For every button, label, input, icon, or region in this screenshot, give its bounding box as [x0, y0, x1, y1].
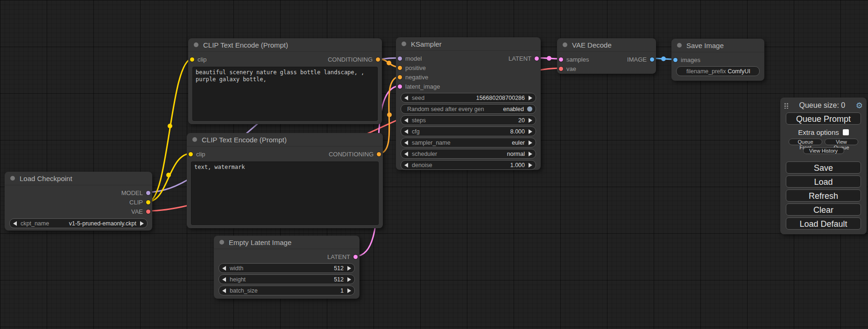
- port-out-clip[interactable]: [146, 200, 150, 204]
- port-out-conditioning[interactable]: [376, 57, 380, 62]
- collapse-dot-icon[interactable]: [10, 176, 15, 181]
- widget-height[interactable]: height 512: [219, 274, 355, 284]
- port-label: IMAGE: [627, 56, 647, 63]
- decrement-arrow-icon[interactable]: [222, 277, 226, 282]
- collapse-dot-icon[interactable]: [192, 137, 197, 142]
- wire-clip-negative: [148, 154, 191, 202]
- widget-cfg[interactable]: cfg 8.000: [401, 126, 536, 136]
- node-save-image[interactable]: Save Image images filename_prefix ComfyU…: [671, 39, 764, 81]
- collapse-dot-icon[interactable]: [563, 42, 567, 47]
- queue-prompt-button[interactable]: Queue Prompt: [786, 112, 861, 125]
- widget-denoise[interactable]: denoise 1.000: [401, 160, 536, 170]
- widget-value: v1-5-pruned-emaonly.ckpt: [69, 220, 136, 227]
- prompt-text-input[interactable]: beautiful scenery nature glass bottle la…: [192, 67, 378, 121]
- prompt-text-input[interactable]: text, watermark: [191, 161, 379, 225]
- port-in-clip[interactable]: [189, 152, 193, 156]
- decrement-arrow-icon[interactable]: [404, 140, 408, 145]
- increment-arrow-icon[interactable]: [347, 288, 351, 293]
- graph-canvas[interactable]: Load Checkpoint MODEL CLIP VAE ckpt_name…: [0, 0, 868, 329]
- link-midpoint-dot: [661, 56, 666, 61]
- increment-arrow-icon[interactable]: [529, 118, 532, 123]
- increment-arrow-icon[interactable]: [529, 140, 532, 145]
- port-out-vae[interactable]: [146, 210, 150, 214]
- port-label: positive: [405, 64, 426, 71]
- node-title-bar[interactable]: CLIP Text Encode (Prompt): [188, 38, 382, 52]
- widget-scheduler[interactable]: scheduler normal: [401, 149, 536, 159]
- decrement-arrow-icon[interactable]: [404, 129, 408, 134]
- widget-sampler-name[interactable]: sampler_name euler: [401, 138, 536, 147]
- decrement-arrow-icon[interactable]: [404, 118, 408, 123]
- port-in-latent-image[interactable]: [398, 84, 402, 89]
- view-history-button[interactable]: View History: [803, 147, 844, 154]
- widget-value: euler: [512, 140, 525, 146]
- node-load-checkpoint[interactable]: Load Checkpoint MODEL CLIP VAE ckpt_name…: [5, 172, 152, 231]
- refresh-button[interactable]: Refresh: [786, 189, 861, 202]
- decrement-arrow-icon[interactable]: [404, 96, 408, 100]
- load-button[interactable]: Load: [786, 175, 861, 188]
- port-out-image[interactable]: [650, 57, 654, 62]
- widget-value: 20: [518, 117, 525, 124]
- toggle-indicator-icon[interactable]: [527, 106, 532, 112]
- widget-width[interactable]: width 512: [219, 263, 355, 273]
- decrement-arrow-icon[interactable]: [13, 221, 17, 226]
- port-out-latent[interactable]: [353, 255, 358, 259]
- increment-arrow-icon[interactable]: [347, 266, 351, 271]
- widget-value: 512: [334, 265, 344, 272]
- port-label: VAE: [131, 208, 143, 215]
- port-in-vae[interactable]: [559, 67, 563, 71]
- port-in-clip[interactable]: [190, 57, 194, 62]
- queue-front-button[interactable]: Queue Front: [789, 139, 822, 145]
- widget-seed[interactable]: seed 156680208700286: [401, 93, 536, 103]
- increment-arrow-icon[interactable]: [529, 129, 532, 134]
- node-title-bar[interactable]: Save Image: [671, 39, 764, 52]
- node-ksampler[interactable]: KSampler model LATENT positive negative …: [396, 37, 541, 170]
- widget-ckpt-name[interactable]: ckpt_name v1-5-pruned-emaonly.ckpt: [9, 218, 148, 228]
- port-out-model[interactable]: [146, 191, 150, 195]
- increment-arrow-icon[interactable]: [140, 221, 144, 226]
- node-vae-decode[interactable]: VAE Decode samples IMAGE vae: [557, 38, 656, 74]
- widget-random-seed-toggle[interactable]: Random seed after every gen enabled: [401, 104, 536, 114]
- port-out-conditioning[interactable]: [377, 152, 381, 156]
- port-in-negative[interactable]: [398, 75, 402, 79]
- gear-icon[interactable]: ⚙: [856, 102, 863, 110]
- node-title-bar[interactable]: KSampler: [396, 37, 541, 51]
- widget-value: 1: [340, 287, 344, 294]
- collapse-dot-icon[interactable]: [194, 42, 198, 47]
- port-in-samples[interactable]: [559, 57, 563, 62]
- increment-arrow-icon[interactable]: [529, 96, 532, 100]
- port-label: CLIP: [129, 199, 143, 206]
- clear-button[interactable]: Clear: [786, 203, 861, 216]
- port-label: LATENT: [508, 55, 531, 62]
- decrement-arrow-icon[interactable]: [404, 152, 408, 156]
- port-out-latent[interactable]: [535, 56, 539, 61]
- queue-panel[interactable]: Queue size: 0 ⚙ Queue Prompt Extra optio…: [780, 98, 867, 234]
- port-in-model[interactable]: [398, 56, 402, 61]
- node-title-bar[interactable]: CLIP Text Encode (Prompt): [187, 133, 383, 147]
- port-in-images[interactable]: [673, 58, 677, 62]
- save-button[interactable]: Save: [786, 161, 861, 174]
- port-in-positive[interactable]: [398, 66, 402, 70]
- collapse-dot-icon[interactable]: [219, 240, 224, 245]
- drag-handle-icon[interactable]: [784, 102, 789, 109]
- increment-arrow-icon[interactable]: [529, 163, 532, 168]
- view-queue-button[interactable]: View Queue: [825, 139, 858, 145]
- node-title-bar[interactable]: Load Checkpoint: [5, 172, 152, 185]
- decrement-arrow-icon[interactable]: [222, 266, 226, 271]
- node-empty-latent-image[interactable]: Empty Latent Image LATENT width 512 heig…: [214, 236, 360, 299]
- increment-arrow-icon[interactable]: [347, 277, 351, 282]
- widget-batch-size[interactable]: batch_size 1: [219, 286, 355, 295]
- node-title-bar[interactable]: VAE Decode: [557, 38, 656, 52]
- collapse-dot-icon[interactable]: [677, 43, 682, 48]
- widget-steps[interactable]: steps 20: [401, 115, 536, 125]
- port-label: latent_image: [405, 83, 440, 90]
- extra-options-checkbox[interactable]: [843, 129, 849, 135]
- decrement-arrow-icon[interactable]: [404, 163, 408, 168]
- decrement-arrow-icon[interactable]: [222, 288, 226, 293]
- node-title-bar[interactable]: Empty Latent Image: [214, 236, 360, 249]
- increment-arrow-icon[interactable]: [529, 152, 532, 156]
- node-clip-text-encode-negative[interactable]: CLIP Text Encode (Prompt) clip CONDITION…: [187, 133, 383, 228]
- collapse-dot-icon[interactable]: [402, 42, 406, 46]
- node-clip-text-encode-positive[interactable]: CLIP Text Encode (Prompt) clip CONDITION…: [188, 38, 382, 124]
- load-default-button[interactable]: Load Default: [786, 217, 861, 230]
- widget-filename-prefix[interactable]: filename_prefix ComfyUI: [676, 66, 760, 76]
